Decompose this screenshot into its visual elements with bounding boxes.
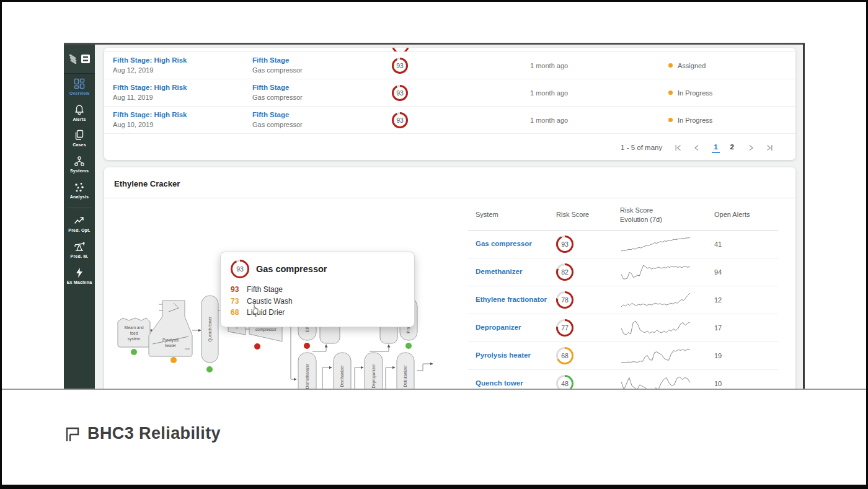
- scatter-icon: [74, 182, 85, 193]
- svg-text:Demethanizer: Demethanizer: [305, 363, 309, 389]
- app-logo[interactable]: [64, 45, 95, 74]
- status-dot-green: [405, 343, 412, 349]
- system-score-cell: 82: [556, 263, 620, 281]
- sidebar-item-overview[interactable]: Overview: [67, 74, 92, 100]
- table-row[interactable]: Fifth Stage: High RiskAug 11, 2019Fifth …: [104, 79, 795, 107]
- table-row[interactable]: Quench tower4810: [468, 370, 778, 389]
- risk-score-ring: 93: [392, 85, 408, 101]
- diagram-node-debutanizer[interactable]: Debutanizer: [397, 353, 414, 389]
- sidebar-item-ex-machina[interactable]: Ex Machina: [67, 263, 92, 289]
- alert-title-cell: Fifth Stage: High RiskAug 11, 2019: [113, 83, 252, 102]
- sidebar-nav: OverviewAlertsCasesSystemsAnalysisPred. …: [67, 74, 92, 289]
- diagram-node-demethanizer[interactable]: Demethanizer: [298, 353, 316, 389]
- clipped-row-sliver: [104, 48, 795, 52]
- page-number-1[interactable]: 1: [712, 142, 719, 153]
- system-link[interactable]: Depropanizer: [476, 323, 556, 332]
- table-row[interactable]: Demethanizer8294: [468, 258, 778, 286]
- sidebar-section-divider: [67, 208, 92, 208]
- diagram-node-deethanizer[interactable]: Deethanizer: [334, 353, 351, 389]
- svg-text:feed: feed: [130, 331, 138, 335]
- alert-status: Assigned: [668, 62, 787, 69]
- system-link[interactable]: Fifth Stage: [252, 56, 392, 66]
- table-row[interactable]: Depropanizer7717: [468, 314, 778, 342]
- alert-title-cell: Fifth Stage: High RiskAug 12, 2019: [113, 56, 252, 74]
- alert-title-link[interactable]: Fifth Stage: High Risk: [113, 83, 252, 93]
- status-dot-green: [131, 349, 137, 355]
- clipped-risk-badge: [392, 48, 409, 52]
- sidebar-item-analysis[interactable]: Analysis: [67, 177, 92, 203]
- col-evolution: Risk Score Evolution (7d): [620, 206, 714, 224]
- table-row[interactable]: Gas compressor9341: [468, 231, 778, 258]
- alert-system-cell: Fifth StageGas compressor: [252, 83, 392, 102]
- sidebar-item-pred-opt[interactable]: Pred. Opt.: [67, 211, 92, 237]
- org-icon: [74, 156, 85, 167]
- last-page-button[interactable]: [766, 144, 773, 151]
- table-row[interactable]: Fifth Stage: High RiskAug 10, 2019Fifth …: [104, 107, 795, 134]
- system-link[interactable]: Demethanizer: [476, 267, 556, 276]
- sidebar-item-cases[interactable]: Cases: [67, 125, 92, 151]
- sidebar-item-label: Pred. M.: [71, 254, 89, 259]
- diagram-node-depropanizer[interactable]: Depropanizer: [365, 353, 383, 389]
- risk-score-ring: 77: [556, 319, 574, 337]
- system-link[interactable]: Fifth Stage: [252, 110, 392, 120]
- svg-text:Pyrolysis: Pyrolysis: [162, 338, 179, 343]
- prev-page-button[interactable]: [694, 144, 699, 151]
- system-sparkline-cell: [620, 347, 714, 364]
- sidebar-item-label: Cases: [73, 143, 86, 148]
- alert-system-cell: Fifth StageGas compressor: [252, 110, 392, 129]
- bh-logo-icon: [68, 54, 79, 64]
- app-window: OverviewAlertsCasesSystemsAnalysisPred. …: [64, 43, 805, 389]
- open-alerts-count: 10: [714, 380, 769, 387]
- c3-logo-icon: [81, 54, 91, 64]
- slide: OverviewAlertsCasesSystemsAnalysisPred. …: [0, 0, 868, 489]
- system-link[interactable]: Fifth Stage: [252, 83, 392, 93]
- alerts-card: Fifth Stage: High RiskAug 12, 2019Fifth …: [104, 48, 795, 160]
- system-link[interactable]: Pyrolysis heater: [476, 351, 556, 360]
- status-label: Assigned: [678, 62, 706, 69]
- risk-score-ring: 93: [556, 236, 574, 253]
- svg-text:system: system: [128, 337, 141, 341]
- pagination: 1 - 5 of many 12: [104, 134, 795, 161]
- mouse-cursor-icon: [251, 304, 260, 317]
- main-content: Fifth Stage: High RiskAug 12, 2019Fifth …: [95, 45, 803, 389]
- systems-table-rows: Gas compressor9341Demethanizer8294Ethyle…: [468, 231, 778, 389]
- alert-age: 1 month ago: [530, 117, 668, 124]
- system-link[interactable]: Ethylene fractionator: [476, 295, 556, 304]
- sidebar-item-alerts[interactable]: Alerts: [67, 100, 92, 126]
- system-sparkline-cell: [620, 263, 714, 281]
- grid-icon: [74, 78, 85, 89]
- open-alerts-count: 19: [714, 352, 769, 359]
- alert-date: Aug 12, 2019: [113, 66, 252, 75]
- svg-text:Depropanizer: Depropanizer: [371, 364, 376, 389]
- page-number-2[interactable]: 2: [728, 142, 736, 153]
- table-row[interactable]: Ethylene fractionator7812: [468, 286, 778, 314]
- alert-score-cell: 93: [392, 85, 530, 101]
- slide-caption: BHC3 Reliability: [64, 424, 221, 443]
- table-row[interactable]: Fifth Stage: High RiskAug 12, 2019Fifth …: [104, 52, 795, 79]
- bolt-icon: [74, 267, 85, 278]
- system-link[interactable]: Quench tower: [476, 379, 556, 388]
- system-sparkline-cell: [620, 236, 714, 253]
- diagram-node-pyrolysis-heater[interactable]: Pyrolysis heater: [149, 301, 192, 363]
- status-dot-red: [254, 343, 260, 350]
- risk-score-sparkline: [620, 375, 691, 389]
- system-score-cell: 68: [556, 347, 620, 364]
- alert-title-link[interactable]: Fifth Stage: High Risk: [113, 56, 252, 66]
- diagram-node-steam-feed-system[interactable]: Steam and feed system: [118, 318, 150, 355]
- open-alerts-count: 41: [714, 240, 769, 248]
- tooltip-subsystem-list: 93Fifth Stage73Caustic Wash68Liquid Drie…: [221, 283, 414, 327]
- system-link[interactable]: Gas compressor: [476, 239, 556, 249]
- status-dot-orange: [170, 357, 177, 363]
- sidebar-item-systems[interactable]: Systems: [67, 151, 92, 177]
- sidebar-item-pred-m[interactable]: Pred. M.: [67, 237, 92, 263]
- first-page-button[interactable]: [675, 144, 681, 151]
- risk-score-ring: 48: [556, 375, 574, 389]
- col-open-alerts: Open Alerts: [714, 210, 769, 219]
- alert-age: 1 month ago: [530, 62, 668, 69]
- systems-table: System Risk Score Risk Score Evolution (…: [468, 206, 778, 389]
- diagram-node-quench-tower[interactable]: Quench tower: [202, 296, 218, 372]
- alert-title-link[interactable]: Fifth Stage: High Risk: [113, 110, 252, 120]
- next-page-button[interactable]: [748, 144, 754, 151]
- open-alerts-count: 12: [714, 296, 769, 304]
- table-row[interactable]: Pyrolysis heater6819: [468, 342, 778, 370]
